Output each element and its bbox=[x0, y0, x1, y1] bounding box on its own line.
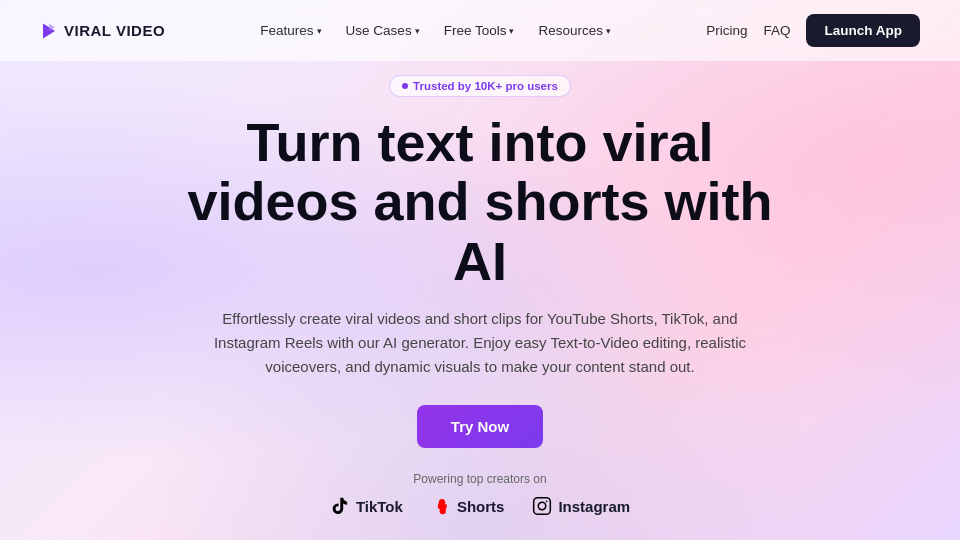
nav-pricing[interactable]: Pricing bbox=[706, 23, 747, 38]
logo[interactable]: VIRAL VIDEO bbox=[40, 22, 165, 40]
instagram-icon bbox=[532, 496, 552, 516]
navbar: VIRAL VIDEO Features ▾ Use Cases ▾ Free … bbox=[0, 0, 960, 61]
platforms-list: TikTok Shorts Instagram bbox=[330, 496, 630, 516]
nav-features[interactable]: Features ▾ bbox=[260, 23, 321, 38]
nav-resources[interactable]: Resources ▾ bbox=[538, 23, 611, 38]
nav-use-cases[interactable]: Use Cases ▾ bbox=[346, 23, 420, 38]
chevron-down-icon: ▾ bbox=[606, 26, 611, 36]
instagram-label: Instagram bbox=[558, 498, 630, 515]
platform-tiktok: TikTok bbox=[330, 496, 403, 516]
try-now-button[interactable]: Try Now bbox=[417, 405, 543, 448]
brand-name: VIRAL VIDEO bbox=[64, 22, 165, 39]
nav-faq[interactable]: FAQ bbox=[763, 23, 790, 38]
trust-dot-icon bbox=[402, 83, 408, 89]
powering-text: Powering top creators on bbox=[413, 472, 546, 486]
launch-app-button[interactable]: Launch App bbox=[806, 14, 920, 47]
tiktok-icon bbox=[330, 496, 350, 516]
nav-free-tools[interactable]: Free Tools ▾ bbox=[444, 23, 515, 38]
platform-instagram: Instagram bbox=[532, 496, 630, 516]
hero-section: Trusted by 10K+ pro users Turn text into… bbox=[0, 61, 960, 540]
svg-rect-2 bbox=[534, 498, 551, 515]
chevron-down-icon: ▾ bbox=[509, 26, 514, 36]
chevron-down-icon: ▾ bbox=[415, 26, 420, 36]
hero-title: Turn text into viral videos and shorts w… bbox=[187, 113, 772, 291]
shorts-icon bbox=[431, 496, 451, 516]
logo-icon bbox=[40, 22, 58, 40]
svg-point-3 bbox=[539, 502, 547, 510]
nav-links: Features ▾ Use Cases ▾ Free Tools ▾ Reso… bbox=[260, 23, 611, 38]
nav-actions: Pricing FAQ Launch App bbox=[706, 14, 920, 47]
trust-badge: Trusted by 10K+ pro users bbox=[389, 75, 571, 97]
shorts-label: Shorts bbox=[457, 498, 505, 515]
svg-point-4 bbox=[546, 501, 548, 503]
platform-shorts: Shorts bbox=[431, 496, 505, 516]
tiktok-label: TikTok bbox=[356, 498, 403, 515]
chevron-down-icon: ▾ bbox=[317, 26, 322, 36]
hero-subtitle: Effortlessly create viral videos and sho… bbox=[205, 307, 755, 379]
